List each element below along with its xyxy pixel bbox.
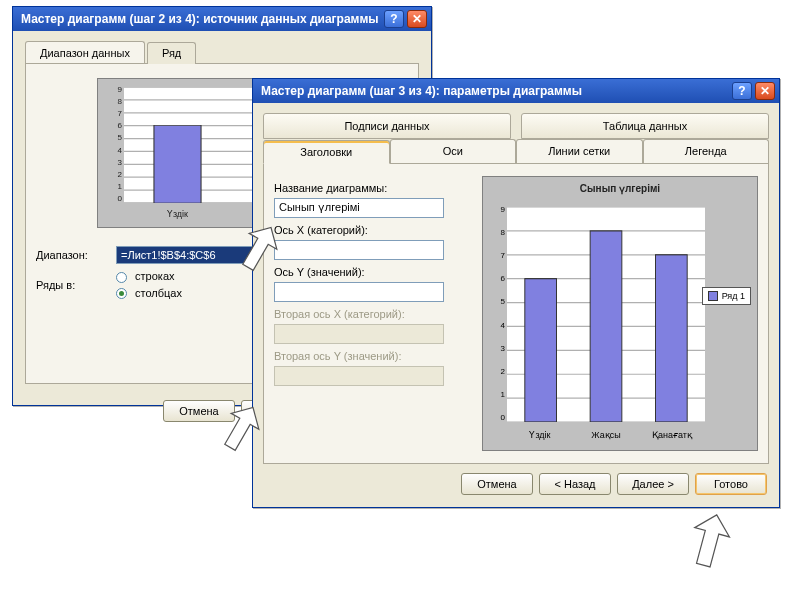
plot-area [507,207,705,422]
svg-rect-22 [525,279,557,422]
legend-swatch [708,291,718,301]
x-axis-labels: Үздік Жақсы Қанағатқ [507,430,705,440]
tab-axes[interactable]: Оси [390,139,517,163]
y-axis-label: Ось Y (значений): [274,266,474,278]
svg-rect-10 [154,126,201,203]
y2-axis-input [274,366,444,386]
help-button[interactable]: ? [384,10,404,28]
x2-axis-input [274,324,444,344]
rows-in-label: Ряды в: [36,279,116,291]
sub-tab-row: Заголовки Оси Линии сетки Легенда [263,139,769,164]
x2-axis-label: Вторая ось X (категорий): [274,308,474,320]
svg-rect-24 [656,255,688,422]
range-label: Диапазон: [36,249,116,261]
top-tab-row: Подписи данных Таблица данных [263,113,769,139]
chart-title-input[interactable]: Сынып үлгерімі [274,198,444,218]
tab-series[interactable]: Ряд [147,42,196,64]
y-axis-input[interactable] [274,282,444,302]
y2-axis-label: Вторая ось Y (значений): [274,350,474,362]
tab-data-table[interactable]: Таблица данных [521,113,769,139]
chart-title-label: Название диаграммы: [274,182,474,194]
y-axis-labels: 01234 56789 [491,205,505,422]
svg-rect-23 [590,231,622,422]
radio-icon [116,272,127,283]
x-axis-label: Ось X (категорий): [274,224,474,236]
titlebar[interactable]: Мастер диаграмм (шаг 3 из 4): параметры … [253,79,779,103]
chart-preview: Сынып үлгерімі 01234 56789 [482,176,758,451]
legend: Ряд 1 [702,287,751,305]
radio-rows[interactable]: строках [116,270,182,283]
tab-legend[interactable]: Легенда [643,139,770,163]
inputs-column: Название диаграммы: Сынып үлгерімі Ось X… [274,176,474,451]
tab-data-labels[interactable]: Подписи данных [263,113,511,139]
legend-label: Ряд 1 [722,291,745,301]
window-title: Мастер диаграмм (шаг 3 из 4): параметры … [261,84,729,98]
tab-data-range[interactable]: Диапазон данных [25,41,145,63]
help-button[interactable]: ? [732,82,752,100]
cancel-button[interactable]: Отмена [163,400,235,422]
pointer-arrow-icon [660,510,740,582]
window-title: Мастер диаграмм (шаг 2 из 4): источник д… [21,12,381,26]
next-button[interactable]: Далее > [617,473,689,495]
tab-titles[interactable]: Заголовки [263,140,390,164]
y-axis-labels: 01234 56789 [104,85,122,203]
preview-title: Сынып үлгерімі [483,183,757,194]
back-button[interactable]: < Назад [539,473,611,495]
done-button[interactable]: Готово [695,473,767,495]
cancel-button[interactable]: Отмена [461,473,533,495]
radio-icon [116,288,127,299]
close-button[interactable]: ✕ [407,10,427,28]
tab-gridlines[interactable]: Линии сетки [516,139,643,163]
close-button[interactable]: ✕ [755,82,775,100]
tab-strip: Диапазон данных Ряд [25,41,419,64]
radio-columns[interactable]: столбцах [116,287,182,300]
button-row: Отмена < Назад Далее > Готово [461,473,767,495]
titlebar[interactable]: Мастер диаграмм (шаг 2 из 4): источник д… [13,7,431,31]
x-axis-input[interactable] [274,240,444,260]
titles-panel: Название диаграммы: Сынып үлгерімі Ось X… [263,164,769,464]
chart-wizard-step3: Мастер диаграмм (шаг 3 из 4): параметры … [252,78,780,508]
